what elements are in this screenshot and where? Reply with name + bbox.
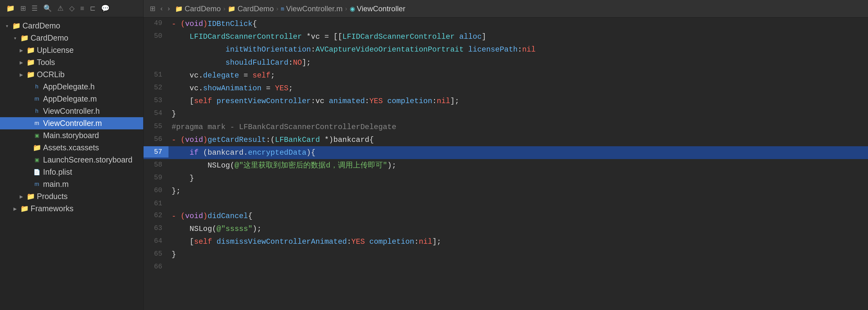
sidebar-item-ocrlib[interactable]: ▶ 📁 OCRLib [0,68,143,81]
sidebar-item-label: Info.plist [43,168,72,176]
sidebar-item-main-storyboard[interactable]: ▶ ▣ Main.storyboard [0,130,143,142]
m-file-icon: m [32,120,41,126]
sidebar-item-carddemo-child[interactable]: ▾ 📁 CardDemo [0,32,143,44]
code-content: shouldFullCard:NO]; [168,56,868,69]
disclosure-arrow: ▶ [18,72,24,77]
code-line-58: 58 NSLog(@"这里获取到加密后的数据d，调用上传即可"); [144,159,868,172]
code-line-61: 61 [144,198,868,210]
sidebar-item-label: Products [37,192,68,201]
search-icon[interactable]: 🔍 [43,4,52,12]
breadcrumb-label: ViewController [357,4,406,13]
comment-icon[interactable]: 💬 [101,4,110,12]
line-number: 57 [144,146,168,158]
sidebar-item-viewcontroller-m[interactable]: ▶ m ViewController.m [0,117,143,130]
breadcrumb-separator: › [223,5,225,12]
code-content [168,198,868,199]
code-content [168,261,868,262]
sidebar-item-label: Frameworks [31,204,74,213]
code-line-53: 53 [self presentViewController:vc animat… [144,95,868,108]
folder-icon[interactable]: 📁 [6,4,15,12]
sidebar-item-label: UpLicense [37,46,74,55]
code-content: - (void)getCardResult:(LFBankCard *)bank… [168,134,868,146]
sidebar-item-carddemo-root[interactable]: ▾ 📁 CardDemo [0,20,143,32]
sidebar-item-products[interactable]: ▶ 📁 Products [0,190,143,202]
code-line-66: 66 [144,261,868,273]
code-editor[interactable]: 49 - (void)IDBtnClick{ 50 LFIDCardScanne… [144,18,868,310]
breadcrumb-separator: › [276,5,278,12]
bullet-icon[interactable]: ≡ [80,4,84,12]
sidebar-item-label: LaunchScreen.storyboard [43,155,132,164]
code-line-50: 50 LFIDCardScannerController *vc = [[LFI… [144,30,868,43]
code-content: NSLog(@"sssss"); [168,223,868,235]
line-number: 65 [144,248,168,259]
code-line-56: 56 - (void)getCardResult:(LFBankCard *)b… [144,134,868,146]
sidebar-item-label: Main.storyboard [43,131,99,140]
m-file-icon: m [32,95,41,102]
code-line-65: 65 } [144,248,868,261]
sidebar-item-info-plist[interactable]: ▶ 📄 Info.plist [0,166,143,178]
breadcrumb-viewcontroller-class[interactable]: ◉ ViewController [350,4,406,13]
folder-gray-icon: 📁 [26,193,35,201]
disclosure-arrow: ▶ [18,194,24,199]
line-number: 51 [144,69,168,80]
line-number: 52 [144,82,168,93]
code-line-50b: initWithOrientation:AVCaptureVideoOrient… [144,43,868,56]
code-content: if (bankcard.encryptedData){ [168,146,868,159]
sidebar-item-viewcontroller-h[interactable]: ▶ h ViewController.h [0,105,143,117]
line-number: 64 [144,235,168,247]
sidebar: 📁 ⊞ ☰ 🔍 ⚠ ◇ ≡ ⊏ 💬 ▾ 📁 CardDemo ▾ 📁 CardD… [0,0,144,310]
grid-icon[interactable]: ⊞ [20,4,26,12]
code-line-60: 60 }; [144,185,868,197]
sidebar-item-launchscreen[interactable]: ▶ ▣ LaunchScreen.storyboard [0,154,143,166]
code-line-51: 51 vc.delegate = self; [144,69,868,82]
sidebar-item-uplicense[interactable]: ▶ 📁 UpLicense [0,44,143,56]
code-content: vc.showAnimation = YES; [168,82,868,95]
breadcrumb-separator: › [345,5,347,12]
forward-button[interactable]: › [167,5,170,13]
code-content: - (void)didCancel{ [168,210,868,223]
grid-nav-icon[interactable]: ⊞ [150,5,155,13]
sidebar-item-frameworks[interactable]: ▶ 📁 Frameworks [0,202,143,215]
line-number: 55 [144,121,168,132]
sidebar-item-tools[interactable]: ▶ 📁 Tools [0,56,143,68]
code-line-52: 52 vc.showAnimation = YES; [144,82,868,95]
sidebar-item-appdelegate-h[interactable]: ▶ h AppDelegate.h [0,81,143,93]
line-number [144,43,168,44]
sidebar-toolbar: 📁 ⊞ ☰ 🔍 ⚠ ◇ ≡ ⊏ 💬 [0,0,143,17]
code-content: }; [168,185,868,197]
sidebar-item-label: AppDelegate.m [43,94,97,104]
sidebar-item-appdelegate-m[interactable]: ▶ m AppDelegate.m [0,93,143,105]
line-number: 61 [144,198,168,209]
sidebar-item-label: Tools [37,58,55,67]
folder-icon: 📁 [175,5,183,12]
folder-icon: 📁 [12,22,21,30]
back-button[interactable]: ‹ [160,5,162,13]
code-line-54: 54 } [144,108,868,120]
breadcrumb-carddemo-child[interactable]: 📁 CardDemo [228,4,274,13]
disclosure-arrow: ▶ [18,48,24,53]
class-icon: ◉ [350,5,355,12]
sidebar-item-main-m[interactable]: ▶ m main.m [0,178,143,190]
line-number: 59 [144,172,168,183]
breadcrumb-carddemo-root[interactable]: 📁 CardDemo [175,4,221,13]
line-number: 62 [144,210,168,221]
tag-icon[interactable]: ⊏ [90,4,95,12]
disclosure-arrow: ▶ [12,206,18,211]
warning-icon[interactable]: ⚠ [57,4,64,12]
folder-gray-icon: 📁 [20,205,29,213]
header-file-icon: h [32,83,41,90]
line-number: 58 [144,159,168,170]
sidebar-item-label: ViewController.m [43,119,102,128]
sidebar-item-label: AppDelegate.h [43,82,95,91]
list-icon[interactable]: ☰ [32,4,38,12]
storyboard-file-icon: ▣ [32,133,41,138]
disclosure-arrow: ▶ [18,60,24,65]
line-number: 49 [144,18,168,29]
sidebar-item-label: OCRLib [37,70,65,79]
sidebar-item-assets[interactable]: ▶ 📁 Assets.xcassets [0,142,143,154]
m-file-icon: m [281,5,284,12]
line-number [144,56,168,57]
diamond-icon[interactable]: ◇ [69,4,74,12]
line-number: 63 [144,223,168,234]
breadcrumb-viewcontroller-m[interactable]: m ViewController.m [281,4,343,13]
